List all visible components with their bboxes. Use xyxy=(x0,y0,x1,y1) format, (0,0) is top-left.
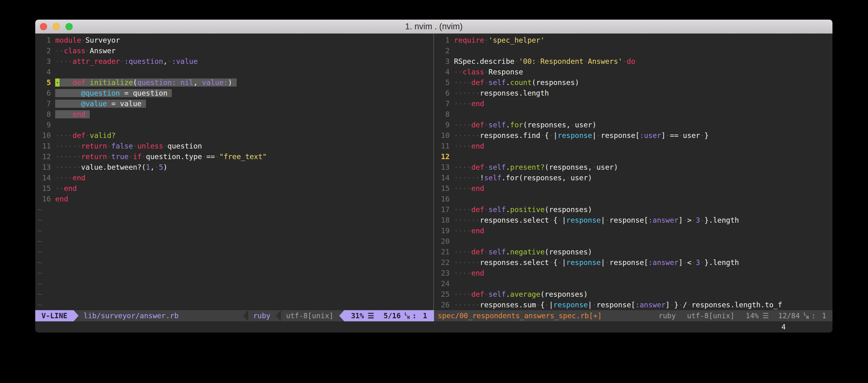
line-number: 13 xyxy=(38,162,55,173)
code-text: ····def·valid? xyxy=(55,131,116,139)
tilde-line: ~ xyxy=(38,268,433,278)
buffer-line[interactable]: 23····end xyxy=(436,268,833,278)
visual-selection: def initialize(question: nil, value:) xyxy=(60,78,237,86)
line-number: 14 xyxy=(38,173,55,183)
buffer-line[interactable]: 12 xyxy=(436,151,833,162)
buffer-line[interactable]: 7····end xyxy=(436,98,833,109)
buffer-line[interactable]: 12······return·true·if·question.type·==·… xyxy=(38,151,433,162)
line-number: 3 xyxy=(38,56,55,67)
code-text: ··class·Response xyxy=(454,68,523,76)
code-text: @value = value xyxy=(55,100,146,108)
buffer-line[interactable]: 4 xyxy=(38,67,433,77)
column-number: 1 xyxy=(423,312,427,320)
buffer-line[interactable]: 15··end xyxy=(38,183,433,194)
buffer-line[interactable]: 14····end xyxy=(38,173,433,183)
line-number: 9 xyxy=(38,119,55,130)
tilde-line: ~ xyxy=(38,257,433,268)
tilde-line: ~ xyxy=(38,215,433,225)
tilde-line: ~ xyxy=(38,289,433,300)
powerline-separator-icon xyxy=(243,310,248,321)
line-number: 23 xyxy=(436,268,454,278)
line-column-icon: LN xyxy=(803,312,809,319)
buffer-line[interactable]: 4··class·Response xyxy=(436,67,833,77)
buffer-line[interactable]: 9 xyxy=(38,119,433,130)
buffer-line[interactable]: 8 end xyxy=(38,109,433,119)
buffer-line[interactable]: 5· def initialize(question: nil, value:) xyxy=(38,77,433,88)
buffer-line[interactable]: 10······responses.find·{·|response|·resp… xyxy=(436,130,833,141)
line-number: 5 xyxy=(436,77,454,88)
buffer-line[interactable]: 21····def·self.negative(responses) xyxy=(436,247,833,257)
code-text: end xyxy=(55,195,68,203)
line-number: 17 xyxy=(436,204,454,215)
encoding-label: utf-8[unix] xyxy=(286,312,333,320)
powerline-separator-icon xyxy=(73,310,79,321)
code-text: ······responses.select·{·|response|·resp… xyxy=(454,258,739,267)
close-button[interactable] xyxy=(40,23,47,30)
right-pane-buffer[interactable]: 1require·'spec_helper'23RSpec.describe·'… xyxy=(434,34,833,310)
buffer-line[interactable]: 15····end xyxy=(436,183,833,194)
cursor-position-block: 31% ☰ 5/16 LN : 1 xyxy=(344,310,434,321)
line-number: 1 xyxy=(38,35,55,45)
buffer-line[interactable]: 13····def·self.present?(responses,·user) xyxy=(436,162,833,173)
tilde-line: ~ xyxy=(38,225,433,236)
buffer-line[interactable]: 14······!self.for(responses,·user) xyxy=(436,173,833,183)
pending-command-count: 4 xyxy=(781,321,786,333)
code-text: ······responses.find·{·|response|·respon… xyxy=(454,131,709,139)
line-number: 20 xyxy=(436,236,454,247)
line-number: 12 xyxy=(436,151,454,162)
buffer-line[interactable]: 17····def·self.positive(responses) xyxy=(436,204,833,215)
buffer-line[interactable]: 6······responses.length xyxy=(436,88,833,98)
line-number: 14 xyxy=(436,173,454,183)
line-number: 13 xyxy=(436,162,454,173)
line-number: 4 xyxy=(38,67,55,77)
status-lines: V-LINE lib/surveyor/answer.rb ruby utf-8… xyxy=(35,310,833,321)
buffer-line[interactable]: 3····attr_reader·:question,·:value xyxy=(38,56,433,67)
buffer-line[interactable]: 5····def·self.count(responses) xyxy=(436,77,833,88)
buffer-line[interactable]: 1module·Surveyor xyxy=(38,35,433,45)
buffer-line[interactable]: 7 @value = value xyxy=(38,98,433,109)
buffer-line[interactable]: 6 @question = question xyxy=(38,88,433,98)
zoom-button[interactable] xyxy=(65,23,73,30)
buffer-line[interactable]: 16end xyxy=(38,194,433,204)
left-pane-buffer[interactable]: 1module·Surveyor2··class·Answer3····attr… xyxy=(35,34,433,310)
buffer-line[interactable]: 19····end xyxy=(436,225,833,236)
buffer-line[interactable]: 1require·'spec_helper' xyxy=(436,35,833,45)
buffer-line[interactable]: 11······return·false·unless·question xyxy=(38,141,433,151)
scroll-percent: 31% xyxy=(351,312,364,320)
line-number: 18 xyxy=(436,215,454,225)
buffer-line[interactable]: 2 xyxy=(436,45,833,56)
line-number: 26 xyxy=(436,300,454,310)
code-text: ····end xyxy=(454,184,484,193)
line-number: 8 xyxy=(38,109,55,119)
buffer-line[interactable]: 8 xyxy=(436,109,833,119)
code-text: ······responses.sum·{·|response|·respons… xyxy=(454,301,782,309)
buffer-line[interactable]: 16 xyxy=(436,194,833,204)
buffer-line[interactable]: 20 xyxy=(436,236,833,247)
command-line[interactable]: 4 xyxy=(35,321,833,333)
title-bar[interactable]: 1. nvim . (nvim) xyxy=(35,20,833,34)
line-number: 6 xyxy=(436,88,454,98)
code-text: ······responses.select·{·|response|·resp… xyxy=(454,216,739,224)
buffer-line[interactable]: 11····end xyxy=(436,141,833,151)
code-text: ····end xyxy=(454,100,484,108)
visual-selection: @value = value xyxy=(55,100,146,108)
buffer-line[interactable]: 9····def·self.for(responses,·user) xyxy=(436,119,833,130)
line-number: 6 xyxy=(38,88,55,98)
minimize-button[interactable] xyxy=(53,23,60,30)
buffer-line[interactable]: 25····def·self.average(responses) xyxy=(436,289,833,300)
buffer-line[interactable]: 3RSpec.describe·'00:·Respondent·Answers'… xyxy=(436,56,833,67)
visual-selection: @question = question xyxy=(55,89,172,97)
buffer-line[interactable]: 10····def·valid? xyxy=(38,130,433,141)
buffer-line[interactable]: 2··class·Answer xyxy=(38,45,433,56)
code-text: ····def·self.negative(responses) xyxy=(454,248,592,256)
buffer-line[interactable]: 13······value.between?(1,·5) xyxy=(38,162,433,173)
line-number: 5 xyxy=(38,77,55,88)
buffer-line[interactable]: 26······responses.sum·{·|response|·respo… xyxy=(436,300,833,310)
tilde-line: ~ xyxy=(38,204,433,215)
buffer-line[interactable]: 18······responses.select·{·|response|·re… xyxy=(436,215,833,225)
code-text: require·'spec_helper' xyxy=(454,36,545,44)
line-number: 7 xyxy=(38,98,55,109)
buffer-line[interactable]: 24 xyxy=(436,278,833,289)
code-text: ······return·true·if·question.type·==·"f… xyxy=(55,152,267,161)
buffer-line[interactable]: 22······responses.select·{·|response|·re… xyxy=(436,257,833,268)
